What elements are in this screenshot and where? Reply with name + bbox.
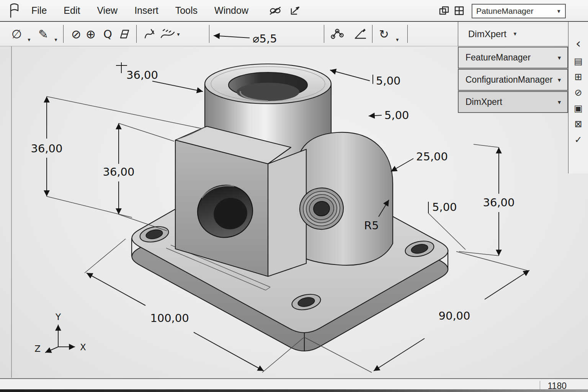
manager-panel: DimXpert ▼ FeatureManager ▼ Configuratio… (458, 22, 568, 113)
diameter-dimension-tool-icon[interactable]: ∅ (11, 27, 22, 41)
front-block-right[interactable] (268, 149, 306, 276)
axis-x-label: X (80, 342, 86, 352)
dim-label[interactable]: 36,00 (103, 165, 134, 178)
toolbar-separator (209, 25, 209, 43)
caret-down-icon: ▼ (557, 99, 562, 105)
counterbore-hole-3[interactable] (404, 239, 435, 259)
menu-insert[interactable]: Insert (134, 5, 158, 16)
menu-window[interactable]: Window (214, 5, 248, 16)
sketch-tool-icon[interactable]: ✎ (38, 27, 48, 41)
share-arrow-icon[interactable] (290, 6, 301, 16)
dimension-base-width[interactable]: 90,00 (305, 252, 529, 372)
front-block-face[interactable] (175, 140, 268, 276)
toolbar-separator (63, 25, 64, 43)
menu-view[interactable]: View (97, 5, 118, 16)
dim-label[interactable]: 36,00 (31, 142, 62, 155)
dimension-right-height[interactable]: 36,00 (459, 144, 515, 256)
dimxpert-tab[interactable]: DimXpert ▼ (458, 91, 568, 113)
part-model[interactable] (132, 64, 448, 351)
screen-bottom-edge (0, 389, 588, 392)
boss-top[interactable] (205, 64, 331, 104)
link-icon[interactable] (269, 6, 281, 15)
configurationmanager-tab[interactable]: ConfigurationManager ▼ (458, 69, 568, 91)
front-block-top[interactable] (175, 126, 291, 164)
dimension-plate-thickness[interactable]: 5,00 (428, 201, 466, 250)
dimxpert-label: DimXpert (466, 97, 502, 107)
cad-application-window: 36,00 ⌀5,5 5,00 5,00 25,00 36,00 (0, 0, 588, 392)
trim-curve-tool-icon[interactable] (143, 28, 155, 40)
circle-tool-icon[interactable]: ⊘ (71, 27, 81, 41)
dim-label[interactable]: 36,00 (126, 69, 158, 82)
caret-down-icon[interactable]: ▼ (54, 37, 58, 42)
base-plate-side[interactable] (132, 175, 448, 351)
measure-tool-icon[interactable] (354, 28, 368, 40)
dimension-left-height[interactable]: 36,00 (31, 96, 202, 217)
manager-dropdown-value: PatuneManager (476, 7, 533, 16)
menu-edit[interactable]: Edit (64, 5, 80, 16)
dim-label[interactable]: 25,00 (416, 150, 448, 163)
configurationmanager-label: ConfigurationManager (466, 75, 553, 85)
plane-tool-icon[interactable] (118, 29, 131, 39)
featuremanager-tab[interactable]: FeatureManager ▼ (458, 47, 568, 69)
front-bore-hole[interactable] (192, 180, 258, 243)
dim-label[interactable]: 90,00 (438, 309, 470, 322)
menu-tools[interactable]: Tools (175, 5, 198, 16)
dimension-fillet-radius[interactable]: R5 (364, 200, 389, 232)
toolbar-separator (372, 25, 372, 43)
close-pane-icon[interactable]: ⊠ (574, 116, 582, 132)
counterbore-hole-1[interactable] (139, 224, 170, 245)
rotate-view-tool-icon[interactable]: ↻ (379, 27, 389, 41)
point-tool-icon[interactable]: ⊕ (86, 27, 96, 41)
caret-down-icon[interactable]: ▼ (176, 32, 181, 37)
axis-y-label: Y (55, 312, 61, 322)
caret-down-icon: ▼ (557, 55, 562, 61)
featuremanager-label: FeatureManager (466, 52, 531, 63)
boss-cylinder[interactable] (205, 84, 331, 179)
coordinate-triad: Y X Z (34, 312, 86, 354)
toolbar-separator (324, 25, 324, 43)
counterbore-hole-2[interactable] (291, 292, 322, 312)
app-logo-icon[interactable] (8, 3, 21, 19)
dimension-boss-diameter[interactable]: 36,00 (116, 62, 203, 91)
side-lobe[interactable] (295, 132, 393, 265)
menu-bar: File Edit View Insert Tools Window (0, 0, 588, 22)
caret-down-icon[interactable]: ▼ (395, 37, 400, 42)
dimxpert-dropdown-label: DimXpert (468, 29, 506, 39)
dimension-lobe-width[interactable]: 25,00 (391, 150, 448, 172)
confirm-icon[interactable]: ✓ (574, 132, 582, 147)
tile-windows-icon[interactable] (439, 6, 449, 17)
deselect-icon[interactable]: ⊘ (574, 85, 582, 100)
caret-down-icon[interactable]: ▼ (27, 37, 31, 42)
display-pane-icon[interactable]: ▣ (574, 100, 583, 116)
dim-label[interactable]: R5 (364, 219, 379, 232)
threaded-hole[interactable] (297, 185, 346, 232)
toolbar-separator (407, 25, 408, 43)
right-icon-strip: ‹ ▤ ⊞ ⊘ ▣ ⊠ ✓ (568, 22, 588, 173)
dim-label[interactable]: 36,00 (483, 196, 514, 209)
dimension-wall-thickness[interactable]: 5,00 (369, 109, 409, 122)
dimxpert-toolbar-dropdown[interactable]: DimXpert ▼ (458, 22, 568, 46)
property-manager-icon[interactable]: ▤ (574, 53, 583, 69)
menu-items: File Edit View Insert Tools Window (31, 5, 265, 16)
base-plate-top[interactable] (132, 157, 448, 333)
spline-tool-icon[interactable] (160, 28, 175, 40)
dimension-block-height[interactable]: 36,00 (103, 123, 174, 231)
fillet-edge (177, 127, 205, 139)
base-groove (166, 245, 270, 290)
dim-label[interactable]: 5,00 (432, 201, 457, 214)
new-window-icon[interactable] (454, 6, 465, 17)
manager-dropdown[interactable]: PatuneManager ▼ (472, 4, 566, 18)
mate-tool-icon[interactable] (330, 28, 344, 40)
boss-bore[interactable] (229, 72, 307, 98)
caret-down-icon: ▼ (556, 8, 561, 14)
dim-label[interactable]: 5,00 (376, 74, 401, 87)
menu-file[interactable]: File (31, 5, 47, 16)
dimension-top-right-offset[interactable]: 5,00 (330, 70, 401, 87)
add-tab-icon[interactable]: ⊞ (574, 69, 582, 85)
dim-label[interactable]: 100,00 (150, 312, 189, 325)
caret-down-icon: ▼ (513, 31, 518, 37)
dim-label[interactable]: 5,00 (384, 109, 409, 122)
collapse-panel-icon[interactable]: ‹ (576, 33, 581, 53)
dimension-base-length[interactable]: 100,00 (85, 239, 304, 372)
zoom-tool-icon[interactable]: Q (103, 28, 112, 41)
